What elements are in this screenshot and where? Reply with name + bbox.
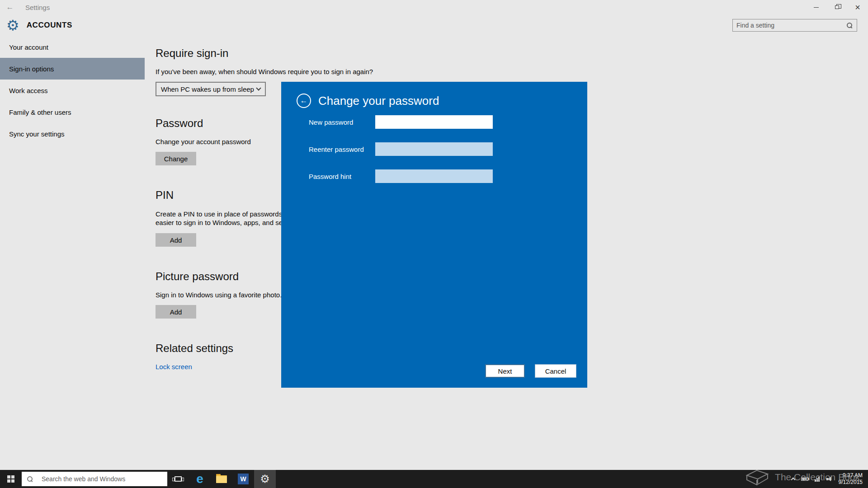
system-tray: 9:37 AM 9/12/2015: [785, 472, 863, 486]
taskbar-search-input[interactable]: [37, 475, 167, 483]
battery-icon[interactable]: [801, 477, 808, 481]
settings-window: ← Settings × ⚙ ACCOUNTS Your account Sig…: [0, 0, 868, 488]
taskbar: e W ⚙ 9:37 AM 9/12/2015: [0, 470, 868, 488]
new-password-row: New password: [281, 115, 587, 129]
change-password-dialog: ← Change your password New password Reen…: [281, 82, 587, 388]
edge-icon: e: [196, 473, 203, 485]
reenter-password-row: Reenter password: [281, 142, 587, 156]
edge-button[interactable]: e: [189, 470, 211, 488]
next-button[interactable]: Next: [485, 364, 525, 378]
word-icon: W: [238, 474, 249, 484]
dialog-form: New password Reenter password Password h…: [281, 115, 587, 183]
dialog-header: ← Change your password: [281, 82, 587, 108]
volume-icon[interactable]: [826, 477, 832, 481]
dialog-buttons: Next Cancel: [485, 364, 576, 378]
network-icon[interactable]: [815, 477, 820, 482]
task-view-button[interactable]: [167, 470, 189, 488]
new-password-input[interactable]: [375, 115, 493, 129]
taskbar-search[interactable]: [22, 472, 167, 486]
password-hint-row: Password hint: [281, 169, 587, 183]
password-hint-input[interactable]: [375, 169, 493, 183]
dialog-back-button[interactable]: ←: [297, 94, 311, 108]
back-arrow-icon: ←: [300, 96, 308, 105]
start-button[interactable]: [0, 470, 22, 488]
cancel-button[interactable]: Cancel: [535, 364, 576, 378]
taskbar-clock[interactable]: 9:37 AM 9/12/2015: [839, 472, 863, 486]
task-view-icon: [175, 476, 182, 482]
search-icon: [27, 476, 33, 482]
clock-time: 9:37 AM: [839, 472, 863, 479]
word-button[interactable]: W: [232, 470, 254, 488]
new-password-label: New password: [309, 118, 375, 126]
settings-taskbar-button[interactable]: ⚙: [254, 470, 276, 488]
file-explorer-button[interactable]: [211, 470, 232, 488]
clock-date: 9/12/2015: [839, 479, 863, 486]
windows-logo-icon: [7, 475, 14, 483]
file-explorer-icon: [216, 475, 227, 483]
settings-gear-icon: ⚙: [260, 474, 270, 484]
reenter-password-label: Reenter password: [309, 145, 375, 153]
tray-expand-icon[interactable]: [791, 478, 795, 482]
reenter-password-input[interactable]: [375, 142, 493, 156]
dialog-title: Change your password: [318, 94, 439, 108]
password-hint-label: Password hint: [309, 173, 375, 180]
